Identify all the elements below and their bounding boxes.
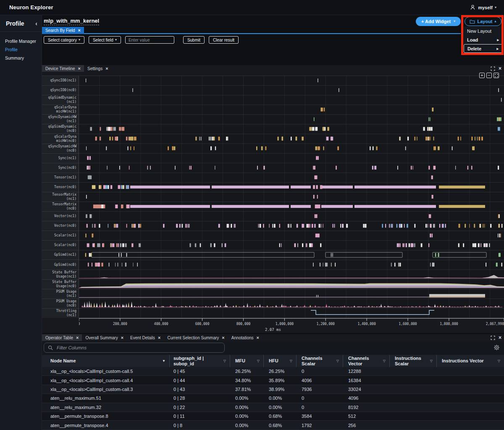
sort-icon[interactable]: ▼ (162, 359, 165, 363)
column-label: Channels Vector (348, 356, 383, 366)
sidebar-collapse-icon[interactable]: ‹ (35, 20, 37, 27)
close-panel-icon[interactable]: × (499, 335, 501, 340)
svg-text:2,067,998: 2,067,998 (486, 322, 504, 326)
select-category-button[interactable]: Select category ▾ (44, 36, 84, 44)
column-header-channels-scalar[interactable]: Channels Scalar▽ (297, 355, 343, 367)
close-icon[interactable]: × (78, 66, 81, 71)
submit-button[interactable]: Submit (183, 36, 205, 44)
menu-item-load[interactable]: Load▸ (464, 35, 502, 44)
table-row[interactable]: xla__op_<locals>CallImpl_custom-call.30 … (42, 385, 504, 394)
close-icon[interactable]: × (105, 66, 108, 71)
cell-channels-vector: 4096 (343, 396, 390, 401)
page-title: mlp_with_mm_kernel (44, 18, 99, 25)
column-label: Instructions Vector (442, 358, 498, 364)
column-header-mfu[interactable]: MFU▽ (230, 355, 264, 367)
column-header-instructions-scalar[interactable]: Instructions Scalar▽ (390, 355, 437, 367)
close-icon[interactable]: × (158, 336, 160, 340)
tab-current-selection-summary[interactable]: Current Selection Summary× (164, 334, 228, 341)
gear-icon[interactable] (494, 344, 500, 351)
tab-device-timeline[interactable]: Device Timeline× (42, 65, 84, 72)
zoom-out-button[interactable]: − (486, 73, 492, 78)
sort-icon[interactable]: ▽ (498, 359, 500, 363)
layout-button[interactable]: Layout ▴ (465, 17, 501, 26)
tab-search-by-field[interactable]: Search By Field × (42, 27, 84, 34)
sidebar-item-profile[interactable]: Profile (0, 45, 42, 54)
table-row[interactable]: aten__relu_maximum.510 | 280.00%0.00%040… (42, 394, 504, 403)
table-row[interactable]: aten__permute_transpose.80 | 110.00%0.68… (42, 412, 504, 421)
menu-item-delete[interactable]: Delete▸ (464, 44, 502, 53)
column-label: HFU (269, 358, 290, 364)
table-row[interactable]: aten__relu_maximum.320 | 220.00%0.00%081… (42, 403, 504, 412)
tab-annotations[interactable]: Annotations× (228, 334, 262, 341)
filter-columns-input[interactable] (44, 343, 225, 353)
cell-subgraph-id-subop-id: 0 | 43 (170, 387, 230, 392)
cell-node-name: aten__relu_maximum.32 (42, 405, 170, 410)
sort-icon[interactable]: ▽ (336, 359, 339, 363)
tab-operator-table[interactable]: Operator Table× (42, 334, 82, 341)
layout-menu: New LayoutLoad▸Delete▸ (464, 26, 502, 53)
track-label-tensormatrix-nc1: TensorMatrix(nc1) (42, 192, 79, 202)
sidebar-item-profile-manager[interactable]: Profile Manager (0, 37, 42, 45)
cell-mfu: 0.00% (230, 396, 264, 401)
add-widget-button[interactable]: + Add Widget ▾ (416, 17, 461, 26)
select-field-button[interactable]: Select field ▾ (89, 36, 121, 44)
close-icon[interactable]: × (257, 336, 259, 340)
column-header-instructions-vector[interactable]: Instructions Vector▽ (437, 355, 504, 367)
track-label-vector-nc1: Vector(nc1) (42, 211, 79, 221)
expand-panel-icon[interactable] (491, 336, 495, 340)
sort-icon[interactable]: ▽ (383, 359, 386, 363)
close-icon[interactable]: × (222, 336, 224, 340)
svg-text:1,200,000: 1,200,000 (317, 322, 335, 326)
track-label-state-buffer-usage-nc0: State BufferUsage(nc0) (42, 279, 79, 289)
sort-icon[interactable]: ▽ (257, 359, 260, 363)
close-icon[interactable]: × (121, 336, 123, 340)
cell-channels-scalar: 0 (297, 396, 343, 401)
track-label-psum-usage-nc0: PSUM Usage(nc0) (42, 299, 79, 308)
menu-item-new-layout[interactable]: New Layout (464, 26, 502, 35)
user-menu[interactable]: myself ▾ (470, 4, 504, 10)
clear-result-button[interactable]: Clear result (209, 36, 239, 44)
sidebar-item-summary[interactable]: Summary (0, 54, 42, 62)
top-bar: Neuron Explorer myself ▾ (0, 0, 504, 15)
folder-icon (470, 19, 475, 24)
close-icon[interactable]: × (76, 336, 79, 340)
table-tabbar: Operator Table×Overall Summary×Event Det… (42, 334, 504, 341)
chevron-down-icon: ▾ (454, 20, 455, 23)
close-panel-icon[interactable]: × (499, 66, 501, 71)
zoom-in-button[interactable]: + (479, 73, 485, 78)
column-header-channels-vector[interactable]: Channels Vector▽ (343, 355, 390, 367)
table-row[interactable]: aten__permute_transpose.40 | 80.00%0.68%… (42, 421, 504, 430)
column-header-node-name[interactable]: Node Name▼ (42, 355, 170, 367)
track-label-qgpsimddynamic-nc0: qGpSimdDynamic(nc0) (42, 124, 79, 134)
track-label-psum-usage-nc1: PSUM Usage(nc1) (42, 289, 79, 299)
value-input[interactable] (125, 36, 174, 44)
table-row[interactable]: xla__op_<locals>CallImpl_custom-call.40 … (42, 376, 504, 385)
chevron-right-icon: ▸ (497, 38, 499, 42)
zoom-fit-button[interactable] (494, 73, 499, 78)
tab-label: Annotations (231, 336, 254, 340)
expand-panel-icon[interactable] (491, 66, 495, 71)
track-label-qsyncdynamichw-nc1: qSyncDynamicHW(nc1) (42, 114, 79, 124)
neuron-explorer-app: Neuron Explorer myself ▾ Profile ‹ Profi… (0, 0, 504, 430)
table-row[interactable]: xla__op_<locals>CallImpl_custom-call.50 … (42, 367, 504, 376)
menu-item-label: Delete (467, 46, 481, 51)
sort-icon[interactable]: ▽ (223, 359, 226, 363)
close-icon[interactable]: × (78, 28, 81, 33)
sort-icon[interactable]: ▽ (290, 359, 292, 363)
column-label: Instructions Scalar (395, 356, 430, 366)
user-icon (470, 4, 476, 10)
cell-channels-vector: 16384 (343, 378, 390, 383)
sort-icon[interactable]: ▽ (430, 359, 433, 363)
cell-node-name: aten__permute_transpose.8 (42, 414, 170, 419)
track-label-tensormatrix-nc0: TensorMatrix(nc0) (42, 202, 79, 211)
cell-channels-vector: 8192 (343, 405, 390, 410)
cell-channels-vector: 256 (343, 423, 390, 428)
table-body: xla__op_<locals>CallImpl_custom-call.50 … (42, 367, 504, 430)
timeline-plot[interactable] (79, 76, 504, 318)
tab-overall-summary[interactable]: Overall Summary× (82, 334, 127, 341)
tab-label: Event Details (130, 336, 155, 340)
column-header-hfu[interactable]: HFU▽ (264, 355, 297, 367)
tab-event-details[interactable]: Event Details× (127, 334, 164, 341)
column-header-subgraph-id-subop-id[interactable]: subgraph_id | subop_id▽ (170, 355, 230, 367)
tab-settings[interactable]: Settings× (84, 65, 112, 72)
